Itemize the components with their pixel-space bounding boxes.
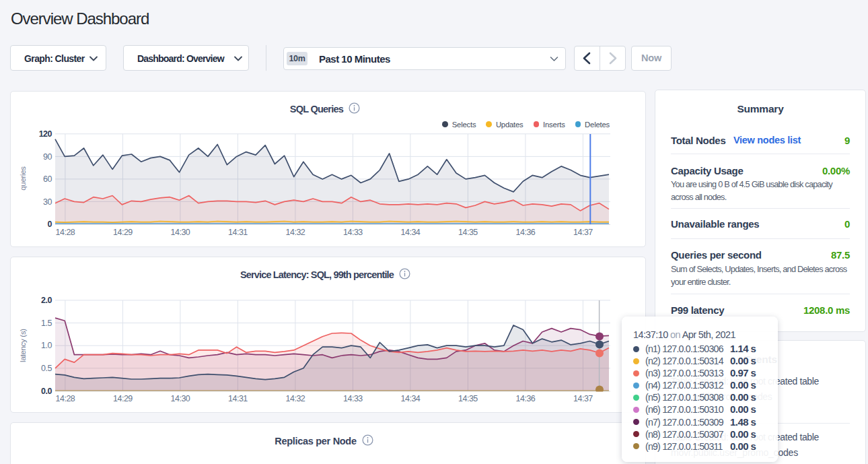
svg-text:14:31: 14:31 xyxy=(228,394,248,403)
svg-text:120: 120 xyxy=(39,129,52,139)
svg-text:14:36: 14:36 xyxy=(516,394,536,403)
svg-text:0.5: 0.5 xyxy=(41,364,52,373)
svg-text:14:33: 14:33 xyxy=(343,394,363,403)
svg-text:14:31: 14:31 xyxy=(228,228,248,237)
svg-text:14:29: 14:29 xyxy=(113,394,133,403)
svg-text:latency (s): latency (s) xyxy=(19,329,27,362)
svg-text:60: 60 xyxy=(43,174,52,184)
svg-text:14:34: 14:34 xyxy=(401,228,421,237)
svg-text:14:33: 14:33 xyxy=(343,228,363,237)
svg-text:1.5: 1.5 xyxy=(41,319,52,328)
svg-text:14:28: 14:28 xyxy=(56,228,75,237)
svg-text:14:34: 14:34 xyxy=(401,394,421,403)
svg-text:14:30: 14:30 xyxy=(171,394,190,403)
svg-text:30: 30 xyxy=(43,197,52,207)
svg-text:14:32: 14:32 xyxy=(286,228,305,237)
svg-text:2.0: 2.0 xyxy=(41,296,52,305)
svg-text:queries: queries xyxy=(19,166,27,191)
svg-text:90: 90 xyxy=(43,152,52,162)
svg-text:0.0: 0.0 xyxy=(41,387,52,396)
svg-text:14:29: 14:29 xyxy=(113,228,133,237)
svg-text:14:35: 14:35 xyxy=(458,228,478,237)
svg-text:14:32: 14:32 xyxy=(286,394,305,403)
svg-text:14:28: 14:28 xyxy=(56,394,75,403)
svg-text:14:37: 14:37 xyxy=(573,394,593,403)
svg-text:1.0: 1.0 xyxy=(41,341,52,350)
svg-text:14:35: 14:35 xyxy=(458,394,478,403)
svg-text:14:36: 14:36 xyxy=(516,228,536,237)
svg-text:14:37: 14:37 xyxy=(573,228,593,237)
svg-text:0: 0 xyxy=(48,220,52,229)
svg-text:14:30: 14:30 xyxy=(171,228,190,237)
